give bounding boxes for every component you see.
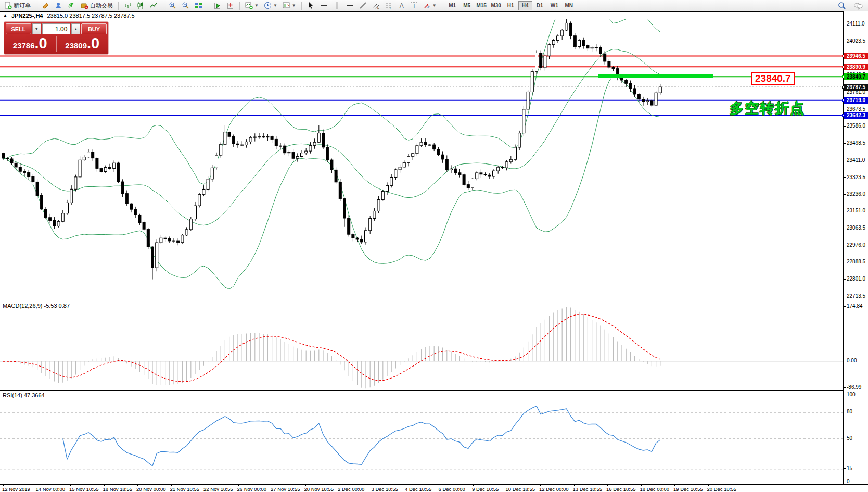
price-tick-mark <box>844 194 846 195</box>
profiles-button[interactable] <box>53 1 65 11</box>
price-tick-label: 22713.5 <box>847 293 865 299</box>
volume-decrease-button[interactable]: ▼ <box>32 23 41 34</box>
price-tick-mark <box>844 41 846 41</box>
tile-windows-button[interactable] <box>193 1 205 11</box>
volume-input[interactable]: 1.00 <box>42 23 71 34</box>
price-tick-label: 24023.5 <box>847 38 865 44</box>
macd-chart[interactable] <box>0 301 843 390</box>
zoom-in-button[interactable] <box>167 1 178 11</box>
chat-button[interactable] <box>851 1 865 11</box>
objects-button[interactable] <box>224 1 236 11</box>
time-tick-label: 26 Nov 00:00 <box>237 486 267 492</box>
indicators-button[interactable] <box>211 1 223 11</box>
rsi-tick-label: 100 <box>847 392 856 397</box>
add-chart-dropdown[interactable]: ▼ <box>243 1 261 11</box>
price-tick-label: 23411.0 <box>847 157 865 163</box>
horizontal-line-tool-button[interactable] <box>344 1 356 11</box>
time-tick-label: 13 Dec 10:55 <box>573 486 603 492</box>
rsi-tick-label: 50 <box>847 435 852 441</box>
indicators-icon <box>213 2 221 9</box>
timeframe-button-h4[interactable]: H4 <box>518 1 532 10</box>
svg-text:F: F <box>390 6 392 9</box>
turning-point-note[interactable]: 多空转折点 <box>730 99 805 118</box>
price-tick-mark <box>844 262 846 262</box>
time-tick-label: 27 Nov 10:55 <box>271 486 300 492</box>
price-flag-nub <box>842 55 845 57</box>
price-flag-nub <box>842 86 845 89</box>
buy-price-display[interactable]: 23809 .0 <box>57 34 109 53</box>
bar-chart-button[interactable] <box>122 1 134 11</box>
support-segment-object[interactable] <box>598 74 713 78</box>
macd-tick-mark <box>844 361 846 361</box>
collapse-icon[interactable]: ▲ <box>3 13 7 18</box>
timeframe-button-m5[interactable]: M5 <box>460 1 474 10</box>
rsi-panel[interactable]: RSI(14) 47.3664 <box>0 390 843 484</box>
toolbar-separator <box>208 2 208 10</box>
buy-button[interactable]: BUY <box>81 23 107 34</box>
price-tick-mark <box>844 228 846 228</box>
price-flag-23719.0: 23719.0 <box>844 97 868 104</box>
price-flag-23642.3: 23642.3 <box>844 112 868 119</box>
vertical-line-tool-button[interactable] <box>331 1 343 11</box>
candlestick-chart-button[interactable] <box>135 1 147 11</box>
macd-panel[interactable]: MACD(12,26,9) -5.53 0.87 <box>0 301 843 390</box>
search-button[interactable] <box>836 1 848 11</box>
timeframe-button-m15[interactable]: M15 <box>475 1 489 10</box>
label-tool-button[interactable]: T <box>409 1 420 11</box>
templates-dropdown[interactable]: ▼ <box>280 1 298 11</box>
rsi-chart[interactable] <box>0 391 843 484</box>
crayon-button[interactable] <box>40 1 52 11</box>
price-tick-mark <box>844 296 846 296</box>
arrows-dropdown[interactable]: ▼ <box>421 1 439 11</box>
zoom-out-button[interactable] <box>180 1 192 11</box>
price-tick-label: 23673.5 <box>847 106 865 112</box>
search-icon <box>838 2 846 10</box>
timeframe-button-h1[interactable]: H1 <box>504 1 518 10</box>
crosshair-tool-button[interactable] <box>318 1 330 11</box>
timeframe-button-w1[interactable]: W1 <box>547 1 561 10</box>
candlestick-chart[interactable] <box>0 19 843 301</box>
rsi-tick-label: 15 <box>847 465 852 471</box>
text-tool-button[interactable]: A <box>396 1 407 11</box>
price-flag-23840.7: 23840.7 <box>844 73 868 80</box>
cursor-tool-button[interactable] <box>305 1 317 11</box>
price-tick-label: 23323.5 <box>847 174 865 180</box>
time-tick-label: 20 Dec 18:55 <box>707 486 737 492</box>
equidistant-channel-icon: E <box>372 2 380 9</box>
timeframe-button-d1[interactable]: D1 <box>533 1 547 10</box>
sell-button[interactable]: SELL <box>6 23 31 34</box>
time-tick-label: 28 Nov 18:55 <box>304 486 334 492</box>
trendline-tool-button[interactable] <box>357 1 369 11</box>
arrow-objects-icon <box>423 2 431 9</box>
line-chart-button[interactable] <box>148 1 160 11</box>
price-flag-nub <box>842 66 845 68</box>
time-axis[interactable]: 12 Nov 201914 Nov 00:0015 Nov 10:5518 No… <box>0 484 868 492</box>
sell-price-display[interactable]: 23786 .0 <box>4 34 56 53</box>
price-flag-nub <box>842 99 845 102</box>
price-tick-mark <box>844 160 846 160</box>
periods-dropdown[interactable]: ▼ <box>262 1 279 11</box>
timeframe-button-mn[interactable]: MN <box>562 1 576 10</box>
new-order-label: 新订单 <box>14 2 31 9</box>
autotrade-button[interactable]: 自动交易 <box>79 1 115 11</box>
main-chart-canvas[interactable] <box>0 19 843 301</box>
price-annotation-box[interactable]: 23840.7 <box>751 72 795 85</box>
timeframe-button-m1[interactable]: M1 <box>445 1 459 10</box>
objects-icon <box>226 2 234 9</box>
price-tick-label: 23498.5 <box>847 140 865 146</box>
volume-increase-button[interactable]: ▲ <box>71 23 80 34</box>
label-tool-icon: T <box>411 2 417 9</box>
fibonacci-tool-button[interactable]: F <box>383 1 395 11</box>
price-tick-label: 23151.0 <box>847 208 865 213</box>
price-tick-mark <box>844 109 846 109</box>
price-tick-mark <box>844 211 846 211</box>
timeframe-button-m30[interactable]: M30 <box>489 1 503 10</box>
time-tick-label: 12 Dec 00:00 <box>539 486 569 492</box>
line-chart-icon <box>150 2 158 9</box>
time-tick-label: 3 Dec 10:55 <box>372 486 398 492</box>
time-tick-label: 14 Nov 00:00 <box>36 486 66 492</box>
price-axis[interactable]: 24111.024023.523936.023848.523761.023673… <box>843 11 868 484</box>
new-order-button[interactable]: 新订单 <box>2 1 33 11</box>
channel-tool-button[interactable]: E <box>370 1 382 11</box>
signals-button[interactable] <box>66 1 78 11</box>
